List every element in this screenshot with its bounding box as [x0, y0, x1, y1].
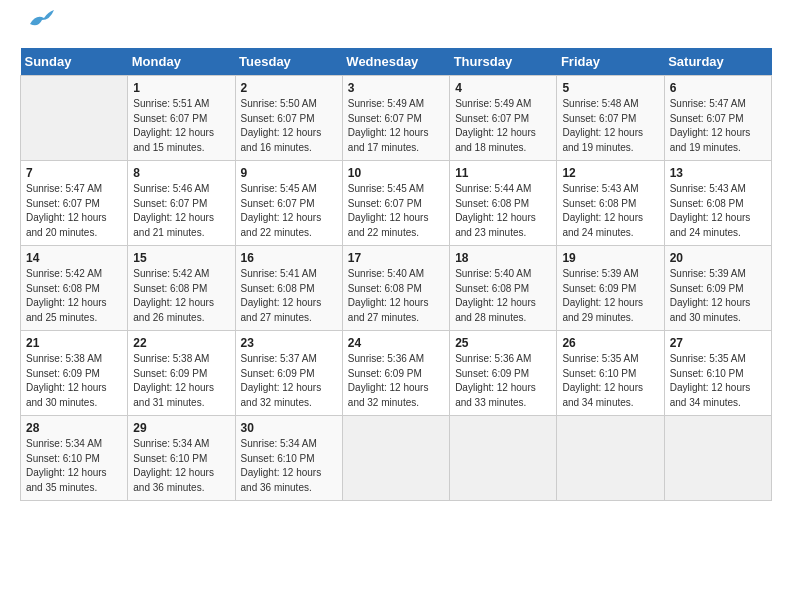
- calendar-cell: 2Sunrise: 5:50 AMSunset: 6:07 PMDaylight…: [235, 76, 342, 161]
- calendar-week-row: 14Sunrise: 5:42 AMSunset: 6:08 PMDayligh…: [21, 246, 772, 331]
- calendar-cell: 15Sunrise: 5:42 AMSunset: 6:08 PMDayligh…: [128, 246, 235, 331]
- calendar-cell: 8Sunrise: 5:46 AMSunset: 6:07 PMDaylight…: [128, 161, 235, 246]
- calendar-cell: [342, 416, 449, 501]
- day-number: 16: [241, 251, 337, 265]
- calendar-cell: 20Sunrise: 5:39 AMSunset: 6:09 PMDayligh…: [664, 246, 771, 331]
- logo: [20, 20, 54, 32]
- day-number: 29: [133, 421, 229, 435]
- day-number: 15: [133, 251, 229, 265]
- day-info: Sunrise: 5:49 AMSunset: 6:07 PMDaylight:…: [455, 97, 551, 155]
- calendar-cell: 24Sunrise: 5:36 AMSunset: 6:09 PMDayligh…: [342, 331, 449, 416]
- page-header: [20, 20, 772, 32]
- day-info: Sunrise: 5:49 AMSunset: 6:07 PMDaylight:…: [348, 97, 444, 155]
- logo-bird-icon: [22, 10, 54, 32]
- day-number: 5: [562, 81, 658, 95]
- column-header-monday: Monday: [128, 48, 235, 76]
- calendar-cell: 4Sunrise: 5:49 AMSunset: 6:07 PMDaylight…: [450, 76, 557, 161]
- day-info: Sunrise: 5:35 AMSunset: 6:10 PMDaylight:…: [562, 352, 658, 410]
- calendar-cell: 13Sunrise: 5:43 AMSunset: 6:08 PMDayligh…: [664, 161, 771, 246]
- calendar-cell: 14Sunrise: 5:42 AMSunset: 6:08 PMDayligh…: [21, 246, 128, 331]
- day-number: 27: [670, 336, 766, 350]
- calendar-cell: 6Sunrise: 5:47 AMSunset: 6:07 PMDaylight…: [664, 76, 771, 161]
- day-number: 25: [455, 336, 551, 350]
- calendar-cell: 3Sunrise: 5:49 AMSunset: 6:07 PMDaylight…: [342, 76, 449, 161]
- day-number: 2: [241, 81, 337, 95]
- column-header-tuesday: Tuesday: [235, 48, 342, 76]
- calendar-cell: 22Sunrise: 5:38 AMSunset: 6:09 PMDayligh…: [128, 331, 235, 416]
- day-info: Sunrise: 5:47 AMSunset: 6:07 PMDaylight:…: [670, 97, 766, 155]
- calendar-cell: 11Sunrise: 5:44 AMSunset: 6:08 PMDayligh…: [450, 161, 557, 246]
- day-number: 18: [455, 251, 551, 265]
- day-info: Sunrise: 5:36 AMSunset: 6:09 PMDaylight:…: [348, 352, 444, 410]
- day-number: 24: [348, 336, 444, 350]
- day-number: 26: [562, 336, 658, 350]
- day-number: 13: [670, 166, 766, 180]
- day-info: Sunrise: 5:46 AMSunset: 6:07 PMDaylight:…: [133, 182, 229, 240]
- calendar-cell: 19Sunrise: 5:39 AMSunset: 6:09 PMDayligh…: [557, 246, 664, 331]
- day-info: Sunrise: 5:39 AMSunset: 6:09 PMDaylight:…: [562, 267, 658, 325]
- calendar-cell: 21Sunrise: 5:38 AMSunset: 6:09 PMDayligh…: [21, 331, 128, 416]
- calendar-cell: 16Sunrise: 5:41 AMSunset: 6:08 PMDayligh…: [235, 246, 342, 331]
- column-header-thursday: Thursday: [450, 48, 557, 76]
- day-number: 3: [348, 81, 444, 95]
- calendar-week-row: 28Sunrise: 5:34 AMSunset: 6:10 PMDayligh…: [21, 416, 772, 501]
- calendar-header-row: SundayMondayTuesdayWednesdayThursdayFrid…: [21, 48, 772, 76]
- day-info: Sunrise: 5:35 AMSunset: 6:10 PMDaylight:…: [670, 352, 766, 410]
- calendar-cell: 1Sunrise: 5:51 AMSunset: 6:07 PMDaylight…: [128, 76, 235, 161]
- day-info: Sunrise: 5:37 AMSunset: 6:09 PMDaylight:…: [241, 352, 337, 410]
- calendar-cell: 29Sunrise: 5:34 AMSunset: 6:10 PMDayligh…: [128, 416, 235, 501]
- day-number: 19: [562, 251, 658, 265]
- day-info: Sunrise: 5:47 AMSunset: 6:07 PMDaylight:…: [26, 182, 122, 240]
- calendar-cell: 23Sunrise: 5:37 AMSunset: 6:09 PMDayligh…: [235, 331, 342, 416]
- day-info: Sunrise: 5:51 AMSunset: 6:07 PMDaylight:…: [133, 97, 229, 155]
- calendar-cell: [557, 416, 664, 501]
- day-info: Sunrise: 5:43 AMSunset: 6:08 PMDaylight:…: [562, 182, 658, 240]
- calendar-cell: 12Sunrise: 5:43 AMSunset: 6:08 PMDayligh…: [557, 161, 664, 246]
- day-info: Sunrise: 5:42 AMSunset: 6:08 PMDaylight:…: [133, 267, 229, 325]
- day-info: Sunrise: 5:40 AMSunset: 6:08 PMDaylight:…: [348, 267, 444, 325]
- day-info: Sunrise: 5:34 AMSunset: 6:10 PMDaylight:…: [241, 437, 337, 495]
- calendar-cell: 30Sunrise: 5:34 AMSunset: 6:10 PMDayligh…: [235, 416, 342, 501]
- calendar-cell: [664, 416, 771, 501]
- day-number: 23: [241, 336, 337, 350]
- day-info: Sunrise: 5:45 AMSunset: 6:07 PMDaylight:…: [241, 182, 337, 240]
- day-number: 9: [241, 166, 337, 180]
- day-number: 11: [455, 166, 551, 180]
- column-header-saturday: Saturday: [664, 48, 771, 76]
- day-info: Sunrise: 5:48 AMSunset: 6:07 PMDaylight:…: [562, 97, 658, 155]
- day-info: Sunrise: 5:41 AMSunset: 6:08 PMDaylight:…: [241, 267, 337, 325]
- day-number: 6: [670, 81, 766, 95]
- calendar-cell: 18Sunrise: 5:40 AMSunset: 6:08 PMDayligh…: [450, 246, 557, 331]
- day-number: 14: [26, 251, 122, 265]
- calendar-cell: 9Sunrise: 5:45 AMSunset: 6:07 PMDaylight…: [235, 161, 342, 246]
- calendar-week-row: 21Sunrise: 5:38 AMSunset: 6:09 PMDayligh…: [21, 331, 772, 416]
- day-number: 28: [26, 421, 122, 435]
- calendar-cell: 28Sunrise: 5:34 AMSunset: 6:10 PMDayligh…: [21, 416, 128, 501]
- calendar-cell: 7Sunrise: 5:47 AMSunset: 6:07 PMDaylight…: [21, 161, 128, 246]
- calendar-cell: 25Sunrise: 5:36 AMSunset: 6:09 PMDayligh…: [450, 331, 557, 416]
- day-number: 10: [348, 166, 444, 180]
- calendar-cell: 10Sunrise: 5:45 AMSunset: 6:07 PMDayligh…: [342, 161, 449, 246]
- day-number: 1: [133, 81, 229, 95]
- calendar-cell: 5Sunrise: 5:48 AMSunset: 6:07 PMDaylight…: [557, 76, 664, 161]
- calendar-week-row: 7Sunrise: 5:47 AMSunset: 6:07 PMDaylight…: [21, 161, 772, 246]
- day-info: Sunrise: 5:34 AMSunset: 6:10 PMDaylight:…: [133, 437, 229, 495]
- day-number: 30: [241, 421, 337, 435]
- day-number: 22: [133, 336, 229, 350]
- calendar-cell: [450, 416, 557, 501]
- day-number: 17: [348, 251, 444, 265]
- calendar-cell: 26Sunrise: 5:35 AMSunset: 6:10 PMDayligh…: [557, 331, 664, 416]
- day-number: 21: [26, 336, 122, 350]
- calendar-cell: 27Sunrise: 5:35 AMSunset: 6:10 PMDayligh…: [664, 331, 771, 416]
- day-number: 7: [26, 166, 122, 180]
- day-info: Sunrise: 5:38 AMSunset: 6:09 PMDaylight:…: [133, 352, 229, 410]
- day-info: Sunrise: 5:40 AMSunset: 6:08 PMDaylight:…: [455, 267, 551, 325]
- day-info: Sunrise: 5:50 AMSunset: 6:07 PMDaylight:…: [241, 97, 337, 155]
- day-number: 20: [670, 251, 766, 265]
- column-header-wednesday: Wednesday: [342, 48, 449, 76]
- day-info: Sunrise: 5:44 AMSunset: 6:08 PMDaylight:…: [455, 182, 551, 240]
- day-number: 12: [562, 166, 658, 180]
- day-info: Sunrise: 5:45 AMSunset: 6:07 PMDaylight:…: [348, 182, 444, 240]
- day-info: Sunrise: 5:34 AMSunset: 6:10 PMDaylight:…: [26, 437, 122, 495]
- column-header-sunday: Sunday: [21, 48, 128, 76]
